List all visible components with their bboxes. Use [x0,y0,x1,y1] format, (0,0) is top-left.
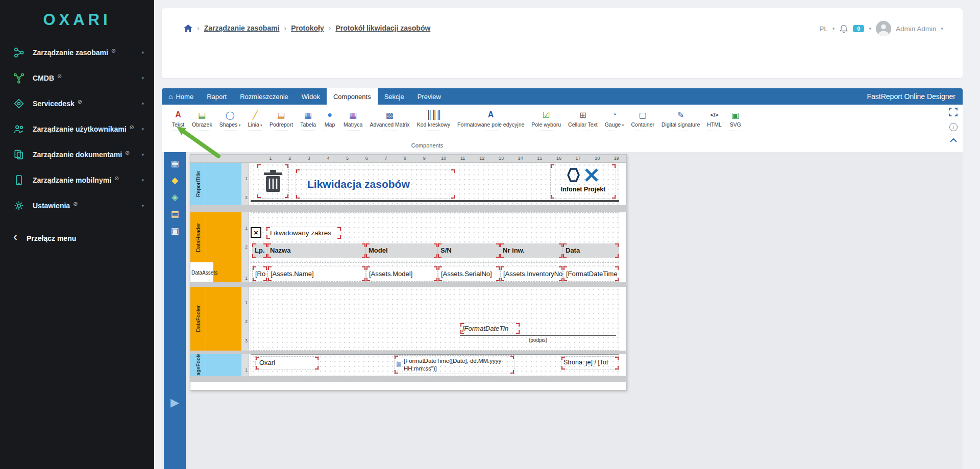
language-selector[interactable]: PL [819,25,828,33]
table-header-cell[interactable]: Data [563,243,619,258]
pagefooter-company[interactable]: Oxari [255,356,319,370]
tab-widok[interactable]: Widok [295,88,327,105]
tab-sekcje[interactable]: Sekcje [378,88,411,105]
table-header-cell[interactable]: S/N [438,243,500,258]
component-html[interactable]: </>HTML [703,109,725,131]
home-icon: ⌂ [168,92,173,101]
tab-preview[interactable]: Preview [411,88,448,105]
table-data-cell[interactable]: [Ro [252,266,267,282]
component-text[interactable]: ATekst [168,109,188,131]
bell-icon[interactable] [839,24,848,34]
band-reporttitle[interactable]: ReportTitle12 [190,163,249,205]
table-data-cell[interactable]: [FormatDateTime [563,266,619,282]
trash-icon [263,169,283,193]
trash-image[interactable] [257,164,289,199]
component-barcode[interactable]: ║║║Kod kreskowy [413,109,454,131]
table-data-cell[interactable]: [Assets.Name] [267,266,366,282]
component-table[interactable]: ▦Tabela [297,109,320,131]
tree-icon[interactable]: ◈ [172,193,178,202]
component-checkbox[interactable]: ☑Pole wyboru [528,109,565,131]
band-datafooter[interactable]: DataFooter123 [190,287,249,351]
designer-side-toolbar: ▦◆◈▤▣▶ [164,152,186,469]
dictionary-icon[interactable]: ▤ [170,210,179,218]
component-signature[interactable]: ✎Digital signature [658,109,703,131]
run-icon[interactable]: ▶ [170,396,179,409]
checkbox-object[interactable]: × [251,227,261,238]
chevron-down-icon[interactable]: ▾ [869,26,871,31]
signature-label: (podpis) [460,337,616,343]
table-header-cell[interactable]: Nr inw. [500,243,563,258]
band-pagefooter[interactable]: PageFooter1 [190,354,249,376]
sidebar-item-settings[interactable]: Ustawienia⊘▾ [0,193,154,218]
cellular-icon: ⊞ [579,109,586,121]
pagefooter-page-number[interactable]: Strona: je] / [Tot [561,356,619,370]
breadcrumb-link[interactable]: Protokół likwidacji zasobów [335,24,430,32]
component-map[interactable]: ●Map [320,109,340,131]
table-header-row: Lp.NazwaModelS/NNr inw.Data [252,243,619,258]
band-dataassets[interactable]: DataAssets1 [190,262,249,282]
sidebar-item-mobile[interactable]: Zarządzanie mobilnymi⊘▾ [0,167,154,193]
component-subreport[interactable]: ▤Podreport [266,109,297,131]
chevron-down-icon: ▾ [621,123,624,128]
sidebar-item-users[interactable]: Zarządzanie użytkownikami⊘▾ [0,116,154,142]
info-icon[interactable]: i [949,123,958,131]
collapse-toolbar-icon[interactable] [949,138,958,143]
footer-date-expression[interactable]: [FormatDateTin [460,323,520,334]
richtext-icon: A [488,109,494,121]
wizard-icon[interactable]: ◆ [172,176,178,185]
components-toolbar: ATekst▤Obrazek◯Shapes ▾╱Linia ▾▤Podrepor… [162,105,963,152]
users-icon [13,124,27,135]
chevron-down-icon: ▾ [141,203,144,208]
pages-icon[interactable]: ▣ [170,227,179,235]
sidebar-item-documents[interactable]: Zarządzanie dokumentami⊘▾ [0,142,154,167]
component-matrix[interactable]: ▦Matryca [340,109,366,131]
component-gauge[interactable]: ◔Gauge ▾ [601,109,628,131]
signature-line [460,335,616,336]
notifications-badge[interactable]: 0 [853,25,864,32]
tab-home[interactable]: ⌂Home [162,88,200,105]
avatar[interactable] [876,21,891,36]
title-divider-line[interactable] [251,200,619,202]
sidebar-item-assets[interactable]: Zarządzanie zasobami⊘▾ [0,40,154,65]
report-title-object[interactable]: Likwidacja zasobów [296,169,455,199]
infonet-logo-icon [565,167,602,183]
chevron-down-icon: ▾ [141,101,144,106]
component-svg[interactable]: ▣SVG [725,109,746,131]
component-shapes[interactable]: ◯Shapes ▾ [216,109,244,131]
pagefooter-datetime[interactable]: ▦ [FormatDateTime([Date], dd.MM.yyyy HH:… [394,355,514,374]
component-image[interactable]: ▤Obrazek [188,109,216,131]
tab-rozmieszczenie[interactable]: Rozmieszczenie [233,88,295,105]
oxari-logo: OXARI [0,0,154,40]
topbar-actions: PL ▾ 0 ▾ Admin Admin ▾ [819,21,943,36]
table-header-cell[interactable]: Nazwa [267,243,366,258]
breadcrumb-link[interactable]: Protokoły [291,24,324,32]
user-menu[interactable]: Admin Admin [896,25,937,33]
table-data-cell[interactable]: [Assets.SerialNo] [438,266,500,282]
menu-toggle[interactable]: ‹ Przełącz menu [0,226,154,251]
fullscreen-icon[interactable] [949,108,958,116]
map-icon: ● [327,109,332,121]
component-container[interactable]: ▢Container [627,109,658,131]
sidebar-item-servicedesk[interactable]: Servicedesk⊘▾ [0,91,154,116]
table-data-cell[interactable]: [Assets.Model] [366,266,438,282]
panels-icon[interactable]: ▦ [170,159,179,168]
component-cellular[interactable]: ⊞Cellular Text [565,109,601,131]
company-logo-object[interactable]: Infonet Projekt [550,164,616,199]
home-icon[interactable] [184,24,192,32]
component-richtext[interactable]: AFormatowane pole edycyjne [454,109,528,131]
tab-components[interactable]: Components [327,88,378,105]
checkbox-icon: ☑ [543,109,550,121]
sidebar-item-cmdb[interactable]: CMDB⊘▾ [0,65,154,91]
band-dataheader[interactable]: DataHeader12 [190,212,249,262]
tab-raport[interactable]: Raport [200,88,233,105]
section-label-object[interactable]: Likwidowany zakres [266,227,341,239]
report-page[interactable]: 12345678910111213141516171819 Likwidacja… [190,154,627,390]
breadcrumb-link[interactable]: Zarządzanie zasobami [204,24,280,32]
restricted-badge-icon: ⊘ [111,47,116,54]
chevron-down-icon[interactable]: ▾ [941,26,943,31]
table-header-cell[interactable]: Model [366,243,438,258]
component-line[interactable]: ╱Linia ▾ [244,109,266,131]
table-data-cell[interactable]: [Assets.InventoryNo [500,266,563,282]
component-advmatrix[interactable]: ▩Advanced Matrix [366,109,413,131]
table-header-cell[interactable]: Lp. [252,243,267,258]
